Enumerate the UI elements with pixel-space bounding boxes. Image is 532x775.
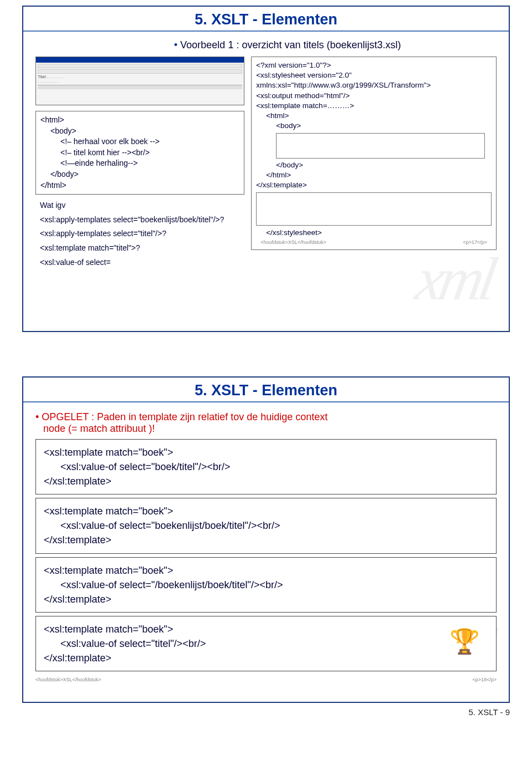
code-line: <xsl:template match=………> xyxy=(256,101,492,111)
slide-body: xml OPGELET : Paden in template zijn rel… xyxy=(23,402,509,702)
code-line: </body> xyxy=(256,160,492,170)
code-line: </body> xyxy=(40,169,239,180)
code-line: <?xml version="1.0"?> xyxy=(256,60,492,70)
footer-left: <hoofdstuk>XSL</hoofdstuk> xyxy=(35,677,101,682)
code-line: </xsl:template> xyxy=(44,533,488,547)
code-line: <body> xyxy=(40,126,239,137)
wat-igv-box: Wat igv <xsl:apply-templates select="boe… xyxy=(35,199,244,271)
code-line: </xsl:template> xyxy=(256,180,492,190)
slide-header: 5. XSLT - Elementen xyxy=(23,378,509,402)
code-line: </html> xyxy=(256,170,492,180)
code-line: </xsl:template> xyxy=(44,592,488,606)
html-pseudo-box: <html> <body> <!– herhaal voor elk boek … xyxy=(35,111,244,195)
code-line: <html> xyxy=(40,115,239,126)
code-line: <xsl:stylesheet version="2.0" xmlns:xsl=… xyxy=(256,70,492,90)
slide-title: 5. XSLT - Elementen xyxy=(29,382,503,399)
code-line: <xsl:apply-templates select="titel"/>? xyxy=(40,228,240,239)
warning-text: OPGELET : Paden in template zijn relatie… xyxy=(35,411,497,435)
row-top: Titel . . . . . . . . . . . . . . . . <h… xyxy=(35,57,497,276)
slide-2: 5. XSLT - Elementen xml OPGELET : Paden … xyxy=(22,376,510,703)
code-line: <xsl:value-of select= xyxy=(40,257,240,268)
slide-2-wrap: 5. XSLT - Elementen xml OPGELET : Paden … xyxy=(0,371,532,703)
code-line: <xsl:template match="boek"> xyxy=(44,445,488,460)
code-line: <!– titel komt hier --><br/> xyxy=(40,147,239,159)
code-line: <xsl:template match="boek"> xyxy=(44,622,488,636)
warn-line-2: node (= match attribuut )! xyxy=(35,423,155,434)
code-line: <xsl:value-of select="boek/titel"/><br/> xyxy=(44,460,488,474)
slide-1: 5. XSLT - Elementen xml Voorbeeld 1 : ov… xyxy=(22,6,510,332)
warn-line-1: OPGELET : Paden in template zijn relatie… xyxy=(42,411,328,422)
code-block-2: <xsl:template match="boek"> <xsl:value-o… xyxy=(35,498,497,553)
code-line: <xsl:value-of select="titel"/><br/> xyxy=(44,636,488,651)
empty-box xyxy=(256,192,492,226)
code-line: <xsl:value-of select="/boekenlijst/boek/… xyxy=(44,578,488,592)
code-line: </xsl:stylesheet> xyxy=(256,228,492,238)
footer-right: <p>18</p> xyxy=(472,677,497,682)
code-line: <body> xyxy=(256,121,492,131)
code-line: <xsl:template match="titel">? xyxy=(40,243,240,254)
slide-title: 5. XSLT - Elementen xyxy=(29,11,503,28)
code-line: Wat igv xyxy=(40,200,240,211)
browser-thumbnail: Titel . . . . . . . . . . . . . . . . xyxy=(35,57,244,105)
code-line: <xsl:apply-templates select="boekenlijst… xyxy=(40,215,240,226)
code-line: <html> xyxy=(256,111,492,121)
code-line: <xsl:template match="boek"> xyxy=(44,563,488,578)
code-line: </html> xyxy=(40,180,239,191)
left-column: Titel . . . . . . . . . . . . . . . . <h… xyxy=(35,57,244,276)
empty-box xyxy=(276,133,485,159)
code-line: <xsl:output method="html"/> xyxy=(256,91,492,101)
slide-1-wrap: 5. XSLT - Elementen xml Voorbeeld 1 : ov… xyxy=(0,0,532,332)
slide-header: 5. XSLT - Elementen xyxy=(23,7,509,32)
code-line: <xsl:value-of select="boekenlijst/boek/t… xyxy=(44,518,488,533)
code-block-3: <xsl:template match="boek"> <xsl:value-o… xyxy=(35,557,497,613)
code-block-1: <xsl:template match="boek"> <xsl:value-o… xyxy=(35,439,497,494)
slide-footer: <hoofdstuk>XSL</hoofdstuk> <p>17</p> xyxy=(256,238,492,246)
code-line: </xsl:template> xyxy=(44,474,488,488)
slide-body: xml Voorbeeld 1 : overzicht van titels (… xyxy=(23,32,509,331)
code-line: <!– herhaal voor elk boek --> xyxy=(40,136,239,147)
xsl-code-box: <?xml version="1.0"?> <xsl:stylesheet ve… xyxy=(251,57,497,250)
code-line: <!—einde herhaling--> xyxy=(40,158,239,169)
bullet-voorbeeld: Voorbeeld 1 : overzicht van titels (boek… xyxy=(174,39,497,51)
code-line: </xsl:template> xyxy=(44,651,488,665)
footer-left: <hoofdstuk>XSL</hoofdstuk> xyxy=(260,239,326,246)
trophy-icon: 🏆 xyxy=(449,627,480,656)
slide-footer: <hoofdstuk>XSL</hoofdstuk> <p>18</p> xyxy=(35,675,497,682)
right-column: <?xml version="1.0"?> <xsl:stylesheet ve… xyxy=(251,57,497,276)
code-block-4: <xsl:template match="boek"> <xsl:value-o… xyxy=(35,616,497,671)
page-number: 5. XSLT - 9 xyxy=(0,703,532,723)
footer-right: <p>17</p> xyxy=(463,239,487,246)
code-line: <xsl:template match="boek"> xyxy=(44,504,488,518)
